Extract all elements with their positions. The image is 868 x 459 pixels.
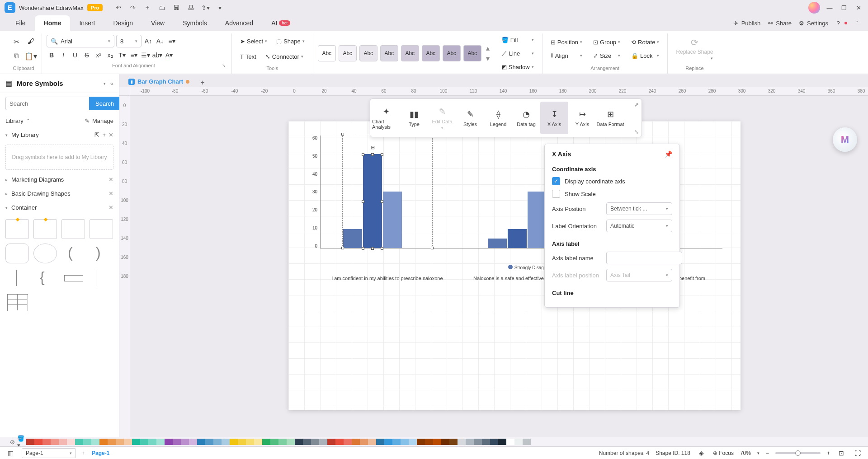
zoom-out-icon[interactable]: − — [766, 450, 769, 456]
paste-icon[interactable]: 📋▾ — [24, 50, 37, 62]
color-swatch[interactable] — [287, 439, 295, 445]
font-family-select[interactable]: 🔍Arial▾ — [47, 35, 114, 47]
color-swatch[interactable] — [108, 439, 116, 445]
ctx-edit-data[interactable]: ✎Edit Data▾ — [428, 102, 456, 134]
style-up-icon[interactable]: ▴ — [486, 44, 490, 52]
bar[interactable] — [488, 239, 507, 248]
style-swatch[interactable]: Abc — [401, 45, 419, 61]
ctx-chart-analysis[interactable]: ✦Chart Analysis — [372, 102, 400, 134]
color-swatch[interactable] — [116, 439, 124, 445]
add-library-icon[interactable]: + — [102, 131, 106, 138]
bullet-list-icon[interactable]: ☰▾ — [141, 50, 151, 60]
color-swatch[interactable] — [51, 439, 59, 445]
add-page-button[interactable]: + — [82, 450, 85, 456]
rotate-button[interactable]: ⟲Rotate▾ — [627, 36, 663, 48]
menu-design[interactable]: Design — [104, 15, 142, 31]
color-swatch[interactable] — [466, 439, 474, 445]
style-swatch[interactable]: Abc — [443, 45, 461, 61]
color-swatch[interactable] — [327, 439, 335, 445]
style-swatch[interactable]: Abc — [318, 45, 336, 61]
color-swatch[interactable] — [506, 439, 514, 445]
color-swatch[interactable] — [205, 439, 213, 445]
color-swatch[interactable] — [352, 439, 360, 445]
lock-button[interactable]: 🔒Lock▾ — [627, 49, 663, 62]
color-swatch[interactable] — [83, 439, 91, 445]
close-section-icon[interactable]: ✕ — [108, 190, 113, 197]
replace-shape-button[interactable]: ⟳Replace Shape▾ — [672, 37, 717, 61]
symbol-search-input[interactable] — [5, 97, 89, 110]
axis-position-select[interactable]: Between tick ...▾ — [606, 202, 672, 215]
color-swatch[interactable] — [392, 439, 401, 445]
fit-page-icon[interactable]: ⊡ — [836, 448, 846, 458]
color-swatch[interactable] — [254, 439, 262, 445]
color-swatch[interactable] — [376, 439, 384, 445]
new-icon[interactable]: ＋ — [143, 4, 151, 12]
symbol-search-button[interactable]: Search — [89, 97, 120, 110]
checkbox-show-scale[interactable] — [552, 190, 560, 198]
zoom-in-icon[interactable]: + — [827, 450, 830, 456]
color-swatch[interactable] — [335, 439, 344, 445]
close-window-icon[interactable]: ✕ — [854, 3, 863, 13]
maximize-icon[interactable]: ❐ — [839, 3, 849, 13]
shadow-button[interactable]: ◩Shadow▾ — [498, 61, 538, 73]
color-swatch[interactable] — [498, 439, 506, 445]
line-spacing-icon[interactable]: ≡▾ — [129, 50, 139, 60]
menu-insert[interactable]: Insert — [70, 15, 104, 31]
focus-button[interactable]: ⊕ Focus — [713, 450, 734, 456]
color-swatch[interactable] — [67, 439, 75, 445]
font-color-icon[interactable]: A▾ — [164, 50, 174, 60]
library-dropzone[interactable]: Drag symbols here to add to My Library — [5, 145, 113, 170]
color-swatch[interactable] — [270, 439, 278, 445]
color-swatch[interactable] — [156, 439, 165, 445]
shape-table[interactable] — [5, 292, 29, 312]
section-marketing[interactable]: ▸Marketing Diagrams✕ — [0, 173, 119, 187]
italic-icon[interactable]: I — [58, 50, 68, 60]
import-icon[interactable]: ⇱ — [94, 131, 99, 138]
color-swatch[interactable] — [197, 439, 205, 445]
style-swatch[interactable]: Abc — [463, 45, 481, 61]
size-button[interactable]: ⤢Size▾ — [590, 49, 624, 62]
font-size-select[interactable]: 8▾ — [116, 35, 142, 47]
library-label[interactable]: Library — [5, 117, 24, 124]
decrease-font-icon[interactable]: A↓ — [155, 36, 165, 46]
ctx-legend[interactable]: ⟠Legend — [484, 102, 512, 134]
collapse-ribbon-button[interactable]: ˄ — [854, 19, 861, 27]
font-dialog-launcher-icon[interactable]: ↘ — [221, 63, 227, 69]
menu-ai[interactable]: AIhot — [262, 15, 299, 31]
menu-advanced[interactable]: Advanced — [216, 15, 262, 31]
position-button[interactable]: ⊞Position▾ — [547, 36, 586, 48]
style-swatch[interactable]: Abc — [339, 45, 357, 61]
ctx-type[interactable]: ▮▮Type — [400, 102, 428, 134]
style-swatch[interactable]: Abc — [359, 45, 377, 61]
shape-ellipse[interactable] — [33, 244, 57, 263]
page-select[interactable]: Page-1▾ — [22, 448, 76, 458]
user-avatar[interactable] — [808, 2, 820, 14]
manage-library-icon[interactable]: ✎ — [85, 117, 90, 124]
color-swatch[interactable] — [482, 439, 490, 445]
color-swatch[interactable] — [148, 439, 156, 445]
align-left-icon[interactable]: ≡▾ — [167, 36, 177, 46]
color-swatch[interactable] — [441, 439, 449, 445]
color-swatch[interactable] — [140, 439, 148, 445]
text-case-icon[interactable]: T▾ — [117, 50, 127, 60]
color-swatch[interactable] — [189, 439, 197, 445]
copy-icon[interactable]: ⧉ — [10, 50, 23, 62]
color-swatch[interactable] — [409, 439, 417, 445]
strikethrough-icon[interactable]: S — [82, 50, 92, 60]
color-swatch[interactable] — [401, 439, 409, 445]
bar-selection-handles[interactable]: ⊟ — [363, 155, 382, 248]
document-tab[interactable]: ▮ Bar Graph Chart — [123, 76, 195, 87]
qat-more-icon[interactable]: ▾ — [216, 4, 224, 12]
increase-font-icon[interactable]: A↑ — [143, 36, 153, 46]
color-swatch[interactable] — [34, 439, 42, 445]
color-swatch[interactable] — [99, 439, 108, 445]
menu-file[interactable]: File — [6, 15, 35, 31]
ctx-data-format[interactable]: ⊞Data Format — [596, 102, 624, 134]
fill-button[interactable]: 🪣Fill▾ — [498, 33, 538, 46]
color-swatch[interactable] — [262, 439, 270, 445]
fullscreen-icon[interactable]: ⛶ — [853, 448, 863, 458]
menu-view[interactable]: View — [142, 15, 174, 31]
color-swatch[interactable] — [425, 439, 433, 445]
underline-icon[interactable]: U — [70, 50, 80, 60]
layers-icon[interactable]: ◈ — [697, 448, 707, 458]
